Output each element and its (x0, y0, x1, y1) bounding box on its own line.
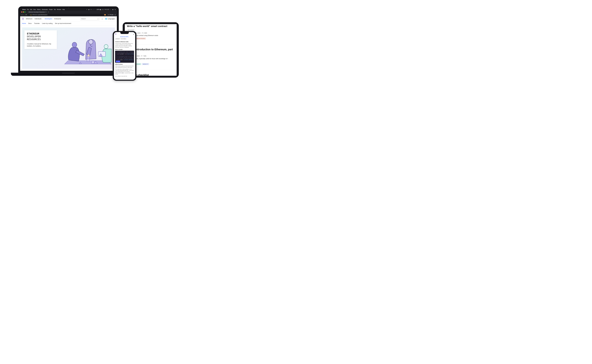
tray-icon-menu[interactable]: ☰ (115, 9, 116, 10)
tab-close-button[interactable]: × (45, 11, 46, 13)
menu-file[interactable]: File (27, 9, 29, 10)
copy-button[interactable]: ⧉ Copy (116, 61, 120, 62)
tray-icon-siri[interactable]: ◉ (112, 9, 113, 10)
menubar-app[interactable]: Brave (22, 9, 26, 10)
laptop-device: Brave File Edit View History Bookmarks P… (11, 6, 126, 78)
search-icon[interactable]: ⌕ (98, 18, 99, 20)
site-nav: Ethereum Individuals⌄ Developers Enterpr… (20, 16, 117, 21)
subnav-docs[interactable]: Docs (28, 23, 32, 24)
menu-edit[interactable]: Edit (30, 9, 32, 10)
ethereum-logo-icon[interactable] (22, 17, 24, 20)
browser-menu-button[interactable]: ≡ (115, 14, 116, 16)
phone-content: JavaScript APIs› LIBRARY FEATURES Connec… (114, 36, 135, 80)
tab-title: Ethereum Developer Resources (29, 11, 45, 13)
hero-section: ETHEREUM DEVELOPER RESOURCES A builders … (20, 26, 117, 71)
laptop-base (11, 73, 126, 76)
svg-point-0 (72, 42, 77, 47)
hero-title: ETHEREUM DEVELOPER RESOURCES (27, 32, 54, 41)
laptop-hinge-notch (62, 73, 75, 74)
code-block[interactable]: 1// A Web3Provider wraps a standard Web3… (115, 51, 134, 63)
site-search[interactable]: ⌕ (80, 17, 99, 20)
hamburger-menu-button[interactable]: ≡ (133, 33, 134, 35)
url-bar[interactable]: ▯ 🔒 ethereum.org/en/developers/ | (28, 14, 107, 16)
hero-card: ETHEREUM DEVELOPER RESOURCES A builders … (24, 30, 57, 49)
svg-rect-6 (92, 61, 94, 64)
level-badge: BEGINNER (127, 29, 135, 31)
browser-tabbar: ‹ Ethereum Developer Resources × + (20, 11, 117, 13)
subnav-home[interactable]: Home (22, 23, 26, 24)
tray-icon-brave[interactable]: ⟡ (86, 9, 87, 10)
svg-rect-4 (87, 58, 90, 61)
nav-forward-button[interactable]: ▷ (23, 14, 24, 15)
sidebar-toggle-icon[interactable]: ‹ (26, 11, 27, 13)
tag-web3py[interactable]: WEB3.PY (142, 63, 149, 65)
hero-background: ETHEREUM DEVELOPER RESOURCES A builders … (22, 27, 115, 69)
menu-history[interactable]: History (37, 9, 41, 10)
nav-ethereum[interactable]: Ethereum (26, 18, 33, 20)
nav-back-button[interactable]: ◁ (21, 14, 22, 15)
glasses-icon: 👓 (108, 14, 109, 15)
svg-point-2 (104, 45, 108, 49)
menubar-left: Brave File Edit View History Bookmarks P… (21, 9, 65, 10)
nav-enterprise[interactable]: Enterprise (54, 18, 61, 20)
nav-reload-button[interactable]: ⟳ (26, 14, 27, 16)
menu-bookmarks[interactable]: Bookmarks (42, 9, 48, 10)
macos-menubar: Brave File Edit View History Bookmarks P… (20, 8, 117, 11)
subnav-learn-by-coding[interactable]: Learn by coding (42, 23, 53, 24)
inline-code: web3.utils.toWei (115, 72, 124, 73)
page-content: Ethereum Individuals⌄ Developers Enterpr… (20, 16, 117, 71)
tray-clock[interactable]: Fri 11:21 (105, 9, 109, 10)
subnav-tutorials[interactable]: Tutorials (34, 23, 39, 24)
private-indicator: 👓 Private (108, 14, 113, 15)
dark-mode-toggle[interactable]: ☼ (101, 18, 103, 20)
menu-view[interactable]: View (33, 9, 36, 10)
heading-ethers-example: Ethers example (115, 49, 134, 50)
phone-screen: ≡ JavaScript APIs› LIBRARY FEATURES Conn… (114, 32, 135, 80)
ethereum-logo-icon[interactable] (115, 33, 117, 36)
phone-notch (120, 32, 129, 34)
new-tab-button[interactable]: + (48, 11, 49, 13)
tray-icon-discord[interactable]: ◆ (88, 9, 89, 10)
section-heading: LIBRARY FEATURES (115, 38, 134, 39)
clock-icon: ⏱ (142, 32, 143, 34)
paragraph-connect: Using providers, these libraries allow y… (115, 43, 134, 48)
clock-icon: ⏱ (141, 55, 142, 57)
window-zoom-button[interactable] (24, 12, 26, 13)
subnav-setup-local[interactable]: Set up local environment (55, 23, 71, 24)
menu-tab[interactable]: Tab (54, 9, 56, 10)
chevron-right-icon: › (129, 36, 129, 37)
heading-utility: Utility functions (115, 64, 134, 65)
menubar-right: ⟡ ◆ ✈ ᚼ ⌔ 100% ▮▮ ⊟ Fri 11:21 ⌕ ◉ ☰ (86, 9, 116, 10)
tray-icon-control-center[interactable]: ⊟ (102, 9, 103, 10)
brave-shields-icon[interactable] (104, 14, 106, 15)
reader-mode-icon[interactable]: ▯ (29, 14, 30, 15)
paragraph-wei: ETH values are in Wei by default. 1 ETH … (115, 69, 134, 75)
paragraph-utility: Utility functions give you handy shortcu… (115, 65, 134, 68)
search-input[interactable] (81, 18, 94, 20)
window-close-button[interactable] (21, 12, 22, 13)
tray-icon-wifi[interactable]: ⌔ (95, 9, 95, 10)
lock-icon: 🔒 (30, 14, 32, 15)
sub-nav: Home Docs Tutorials Learn by coding Set … (20, 21, 117, 26)
tray-battery[interactable]: 100% ▮▮ (97, 9, 101, 10)
tray-icon-telegram[interactable]: ✈ (91, 9, 92, 10)
language-switcher[interactable]: 🌐 Languages (105, 18, 115, 20)
window-controls (21, 12, 26, 13)
browser-tab[interactable]: Ethereum Developer Resources × (28, 11, 47, 13)
article-title[interactable]: Write a "hello world" smart contract (127, 25, 175, 28)
laptop-camera (68, 7, 69, 8)
window-minimize-button[interactable] (23, 12, 24, 13)
tray-icon-bluetooth[interactable]: ᚼ (93, 9, 93, 10)
menu-people[interactable]: People (49, 9, 53, 10)
tray-icon-search[interactable]: ⌕ (111, 9, 111, 10)
breadcrumb-link[interactable]: JavaScript APIs› (115, 36, 134, 37)
menu-help[interactable]: Help (62, 9, 65, 10)
laptop-body: Brave File Edit View History Bookmarks P… (18, 6, 119, 73)
nav-individuals[interactable]: Individuals⌄ (35, 18, 43, 20)
copy-icon: ⧉ (117, 61, 117, 62)
language-label: Languages (108, 18, 115, 20)
menu-window[interactable]: Window (57, 9, 61, 10)
svg-rect-5 (87, 56, 90, 59)
nav-developers[interactable]: Developers (45, 18, 52, 20)
svg-point-1 (89, 39, 93, 44)
